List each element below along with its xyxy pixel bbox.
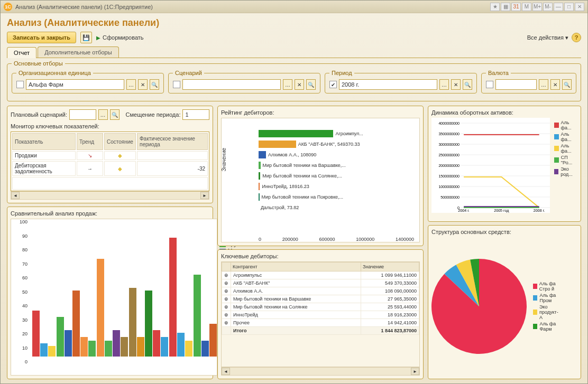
tabs: Отчет Дополнительные отборы bbox=[7, 46, 581, 58]
minimize-icon[interactable]: — bbox=[554, 3, 563, 11]
panel-structure: Структура основных средств: Аль фа Стро … bbox=[428, 225, 581, 379]
table-total-row: Итого1 844 823,87000 bbox=[222, 327, 419, 335]
plan-scenario-input[interactable] bbox=[69, 109, 96, 120]
svg-text:500000000: 500000000 bbox=[440, 195, 460, 199]
kpi-scrollbar[interactable]: ◄ ► bbox=[11, 191, 209, 200]
calc-icon[interactable]: ▦ bbox=[501, 3, 510, 11]
play-icon: ▶ bbox=[96, 35, 100, 41]
bar bbox=[88, 341, 96, 357]
filter-scenario-clear[interactable]: ✕ bbox=[295, 79, 304, 90]
close-icon[interactable]: ✕ bbox=[575, 3, 584, 11]
pie-chart bbox=[431, 259, 527, 354]
legend-item: Аль фа Фарм bbox=[533, 321, 561, 332]
scroll-left-icon[interactable]: ◄ bbox=[11, 192, 20, 199]
expand-icon[interactable]: ⊕ bbox=[222, 303, 231, 311]
expand-icon[interactable]: ⊕ bbox=[222, 271, 231, 279]
m-plus-icon[interactable]: M+ bbox=[532, 3, 542, 11]
bar bbox=[80, 337, 88, 357]
window-title: Анализ (Аналитические панели) (1С:Предпр… bbox=[15, 4, 490, 10]
hbar bbox=[259, 193, 260, 201]
filter-scenario-search-icon[interactable]: 🔍 bbox=[306, 79, 316, 90]
kpi-col-indicator: Показатель bbox=[12, 133, 76, 150]
expand-icon[interactable]: ⊕ bbox=[222, 279, 231, 287]
expand-icon[interactable]: ⊕ bbox=[222, 311, 231, 319]
filter-org-label: Организационная единица bbox=[16, 70, 93, 76]
favorite-icon[interactable]: ★ bbox=[490, 3, 500, 11]
expand-icon[interactable]: ⊕ bbox=[222, 319, 231, 327]
bar bbox=[185, 341, 192, 357]
filter-currency-input[interactable] bbox=[495, 79, 537, 90]
filter-currency-checkbox[interactable] bbox=[486, 81, 493, 88]
maximize-icon[interactable]: □ bbox=[564, 3, 574, 11]
dynamics-legend: Аль фа...Аль фа...Аль фа...СП "Ро...Эко … bbox=[552, 118, 577, 218]
expand-icon[interactable]: ⊕ bbox=[222, 287, 231, 295]
filter-scenario-ellipsis[interactable]: … bbox=[283, 79, 292, 90]
m-icon[interactable]: M bbox=[522, 3, 531, 11]
filter-currency-search-icon[interactable]: 🔍 bbox=[562, 79, 572, 90]
table-row[interactable]: ⊕Алхимов А.А.108 090,00000 bbox=[222, 287, 419, 295]
panel-sales-chart: Сравнительный анализ продаж: 01020304050… bbox=[7, 207, 213, 379]
content: Анализ (Аналитические панели) Записать и… bbox=[1, 13, 587, 383]
plan-scenario-ellipsis[interactable]: … bbox=[98, 109, 108, 120]
bar bbox=[137, 337, 144, 357]
save-close-button[interactable]: Записать и закрыть bbox=[7, 32, 76, 43]
titlebar-buttons: ★ ▦ 31 M M+ M- — □ ✕ bbox=[490, 3, 584, 11]
bar bbox=[161, 337, 168, 357]
table-row[interactable]: ⊕ИнноТрейд18 916,23000 bbox=[222, 311, 419, 319]
svg-text:2500000000: 2500000000 bbox=[438, 153, 460, 157]
dynamics-title: Динамика оборотных активов: bbox=[431, 109, 577, 116]
filter-period-search-icon[interactable]: 🔍 bbox=[463, 79, 472, 90]
filter-org-clear[interactable]: ✕ bbox=[138, 79, 148, 90]
dynamics-chart: 0500000000100000000015000000002000000000… bbox=[431, 118, 550, 213]
toolbar: Записать и закрыть 💾 ▶ Сформировать Все … bbox=[7, 32, 581, 43]
bar bbox=[169, 238, 177, 357]
legend-item: Аль фа Стро й bbox=[533, 281, 561, 292]
tab-report[interactable]: Отчет bbox=[7, 47, 36, 58]
debtor-scrollbar[interactable]: ◄ ► bbox=[221, 367, 420, 376]
kpi-row[interactable]: Дебиторская задолженность → ◆ -32 bbox=[12, 161, 208, 176]
plan-scenario-search-icon[interactable]: 🔍 bbox=[110, 109, 120, 120]
table-row[interactable]: ⊕Прочее14 942,41000 bbox=[222, 319, 419, 327]
sales-chart-title: Сравнительный анализ продаж: bbox=[11, 210, 209, 217]
table-row[interactable]: ⊕Агроимпульс1 099 946,11000 bbox=[222, 271, 419, 279]
offset-input[interactable]: 1 bbox=[182, 109, 209, 120]
offset-label: Смещение периода: bbox=[126, 111, 181, 118]
kpi-row[interactable]: Продажи ↘ ◆ bbox=[12, 151, 208, 160]
filter-org-search-icon[interactable]: 🔍 bbox=[150, 79, 159, 90]
calendar-icon[interactable]: 31 bbox=[511, 3, 521, 11]
form-button[interactable]: ▶ Сформировать bbox=[96, 34, 144, 41]
filter-currency-ellipsis[interactable]: … bbox=[539, 79, 548, 90]
filter-scenario-input[interactable] bbox=[182, 79, 281, 90]
expand-icon[interactable]: ⊕ bbox=[222, 295, 231, 303]
scroll-right-icon[interactable]: ► bbox=[200, 192, 209, 199]
table-row[interactable]: ⊕Мир бытовой техники на Солянке25 593,44… bbox=[222, 303, 419, 311]
filter-scenario-checkbox[interactable] bbox=[173, 81, 180, 88]
m-minus-icon[interactable]: M- bbox=[543, 3, 553, 11]
filter-org-checkbox[interactable] bbox=[16, 81, 24, 88]
filter-period-input[interactable]: 2008 г. bbox=[339, 79, 437, 90]
save-icon[interactable]: 💾 bbox=[80, 32, 92, 43]
scroll-right-icon[interactable]: ► bbox=[411, 368, 419, 375]
scroll-left-icon[interactable]: ◄ bbox=[222, 368, 230, 375]
help-icon[interactable]: ? bbox=[572, 33, 581, 42]
filter-currency-clear[interactable]: ✕ bbox=[550, 79, 560, 90]
filter-org-input[interactable]: Альфа Фарм bbox=[26, 79, 124, 90]
all-actions-dropdown[interactable]: Все действия ▾ bbox=[527, 34, 568, 41]
table-row[interactable]: ⊕Мир бытовой техники на Варшавке27 965,3… bbox=[222, 295, 419, 303]
bar bbox=[129, 288, 136, 357]
tab-filters[interactable]: Дополнительные отборы bbox=[38, 46, 119, 58]
table-row[interactable]: ⊕АКБ "АВТ-БАНК"549 370,33000 bbox=[222, 279, 419, 287]
filter-period-clear[interactable]: ✕ bbox=[451, 79, 461, 90]
page-title: Анализ (Аналитические панели) bbox=[7, 17, 581, 29]
kpi-title: Монитор ключевых показателей: bbox=[11, 123, 209, 129]
filter-org-ellipsis[interactable]: … bbox=[126, 79, 136, 90]
filter-period-checkbox[interactable]: ✔ bbox=[329, 81, 337, 88]
filter-currency: Валюта … ✕ 🔍 bbox=[481, 70, 576, 93]
bar bbox=[177, 333, 185, 357]
rating-chart: Значение Агроимпул...АКБ "АВТ-БАНК", 549… bbox=[221, 118, 420, 242]
filter-period: Период ✔ 2008 г. … ✕ 🔍 bbox=[325, 70, 477, 93]
debtor-col-name: Контрагент bbox=[231, 263, 361, 271]
svg-text:2004 г.: 2004 г. bbox=[458, 209, 470, 212]
filter-period-ellipsis[interactable]: … bbox=[439, 79, 449, 90]
hbar bbox=[259, 141, 296, 148]
